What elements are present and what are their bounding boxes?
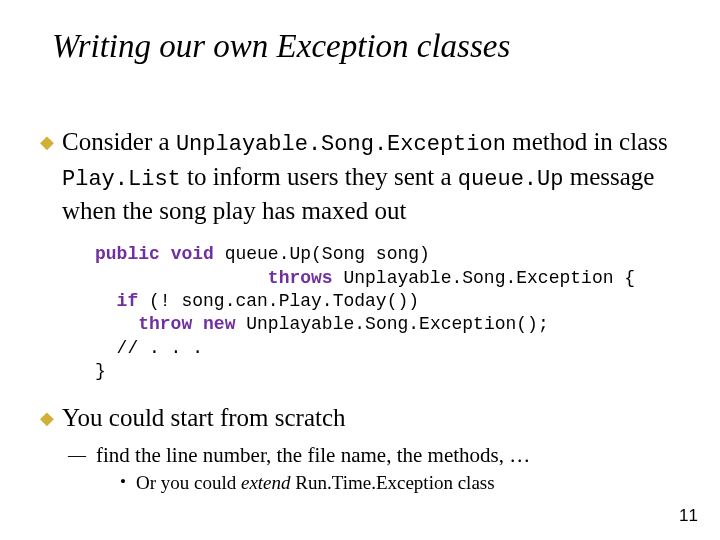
dash-icon: —	[68, 445, 86, 466]
sub-bullet-1-text: find the line number, the file name, the…	[96, 443, 530, 468]
diamond-icon: ◆	[40, 407, 54, 429]
page-number: 11	[679, 506, 698, 526]
bullet-item-1: ◆ Consider a Unplayable.Song.Exception m…	[40, 125, 680, 228]
code-block: public void queue.Up(Song song) throws U…	[95, 243, 680, 383]
bullet-item-2: ◆ You could start from scratch	[40, 401, 680, 435]
bullet-1-text: Consider a Unplayable.Song.Exception met…	[62, 125, 680, 228]
bullet-2-text: You could start from scratch	[62, 401, 346, 435]
sub-sub-bullet-1-text: Or you could extend Run.Time.Exception c…	[136, 472, 495, 494]
slide-title: Writing our own Exception classes	[52, 28, 680, 65]
sub-bullet-1: — find the line number, the file name, t…	[68, 443, 680, 468]
diamond-icon: ◆	[40, 131, 54, 153]
sub-sub-bullet-1: • Or you could extend Run.Time.Exception…	[120, 472, 680, 494]
bullet-dot-icon: •	[120, 472, 126, 492]
